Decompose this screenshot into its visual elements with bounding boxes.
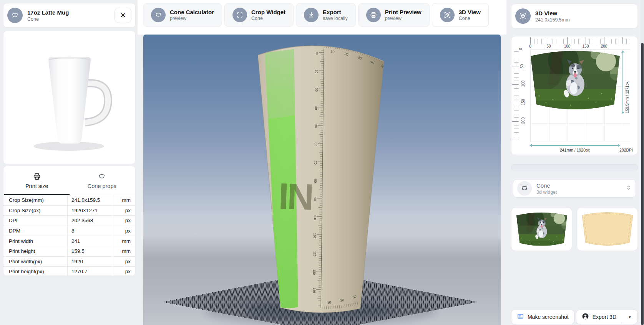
row-unit: mm <box>113 197 135 203</box>
left-tab-cone-props[interactable]: Cone props <box>70 170 135 195</box>
ruler-x-label: 50 <box>546 44 551 48</box>
cone-icon <box>517 181 532 196</box>
row-label: DPM <box>3 226 68 236</box>
dpi-label: 202DPI <box>619 148 633 152</box>
cube-scan-icon <box>515 8 531 24</box>
row-unit: mm <box>113 248 135 254</box>
ruler-y-label: 200 <box>521 117 525 124</box>
view-subtitle: 241.0x159.5mm <box>535 17 634 23</box>
ruler-x-label: 100 <box>564 44 571 48</box>
view-title: 3D View <box>535 10 634 16</box>
table-row: Print height(px) 1270.7 px <box>3 267 135 277</box>
close-button[interactable]: ✕ <box>115 8 131 23</box>
row-label: Print width <box>3 236 68 246</box>
ruler-x-label: 0 <box>529 44 531 48</box>
cone-ruler-number: 40 <box>314 106 318 110</box>
row-label: Print height <box>3 246 68 256</box>
top-strip: Cone Calculator preview Crop Widget Cone… <box>138 0 506 35</box>
unwrap-preview-card: 050100150200 050100150200 241mm / 1920px… <box>511 36 638 155</box>
ruler-x-label: 200 <box>601 44 607 48</box>
table-row: Print width 241 mm <box>3 236 135 246</box>
ruler-y-label: 150 <box>521 99 525 106</box>
row-label: Print width(px) <box>3 257 68 267</box>
printer-icon <box>366 8 381 22</box>
tab-print-preview[interactable]: Print Preview preview <box>358 3 430 27</box>
product-title: 17oz Latte Mug <box>27 9 115 16</box>
cone-3d-model: IN 102030405060708090100110120130140 102… <box>143 35 501 325</box>
make-screenshot-button[interactable]: Make screenshot <box>511 310 574 324</box>
widget-tab-bar: Cone Calculator preview Crop Widget Cone… <box>143 3 489 27</box>
export-3d-label: Export 3D <box>593 314 616 320</box>
chevron-up-down-icon <box>626 185 632 192</box>
row-value: 241 <box>68 236 113 246</box>
row-value: 8 <box>68 226 113 236</box>
tab-text: Crop Widget Cone <box>251 9 285 21</box>
action-buttons: Make screenshot Export 3D ▾ <box>511 310 638 324</box>
table-row: Crop Size(mm) 241.0x159.5 mm <box>3 195 135 206</box>
row-value: 1920×1271 <box>68 206 113 216</box>
texture-watermark: IN <box>278 175 313 218</box>
widget-select-wrap: Cone 3d widget <box>511 177 638 200</box>
export-3d-icon <box>582 313 589 321</box>
row-value: 202.3568 <box>68 216 113 226</box>
cone-icon <box>98 172 106 181</box>
cone-ruler-number: 110 <box>313 233 317 238</box>
tab-export[interactable]: Export save locally <box>296 3 356 27</box>
download-icon <box>304 8 319 22</box>
cone-icon <box>7 8 23 23</box>
row-label: Crop Size(px) <box>3 206 68 216</box>
export-options-caret[interactable]: ▾ <box>622 310 638 324</box>
ruler-x-ticks-major <box>530 37 630 44</box>
left-tab-print-size[interactable]: Print size <box>4 170 70 195</box>
cone-ruler-number: 20 <box>315 70 319 74</box>
row-value: 1920 <box>68 257 113 267</box>
tab-crop-widget[interactable]: Crop Widget Cone <box>224 3 294 27</box>
row-unit: px <box>113 208 135 213</box>
product-image-card <box>3 31 136 164</box>
product-subtitle: Cone <box>27 16 115 22</box>
print-size-table: Crop Size(mm) 241.0x159.5 mm Crop Size(p… <box>3 195 135 277</box>
tab-sublabel: Cone <box>459 16 481 21</box>
thumbnail-cone-template[interactable] <box>577 207 638 251</box>
cube-icon <box>440 8 455 22</box>
right-panel: 3D View 241.0x159.5mm 050100150200 05010… <box>511 4 638 325</box>
widget-select[interactable]: Cone 3d widget <box>513 179 636 198</box>
left-tab-label: Cone props <box>88 183 116 189</box>
tab-label: Crop Widget <box>251 9 285 15</box>
row-label: Crop Size(mm) <box>3 195 68 205</box>
tab-cone-calculator[interactable]: Cone Calculator preview <box>143 3 222 27</box>
table-row: DPI 202.3568 px <box>3 216 135 226</box>
row-unit: px <box>113 228 135 234</box>
row-label: DPI <box>3 216 68 226</box>
row-value: 159.5 <box>68 246 113 256</box>
viewport-3d[interactable]: IN 102030405060708090100110120130140 102… <box>143 35 501 325</box>
tab-label: Cone Calculator <box>170 9 214 15</box>
thumbnail-artwork[interactable] <box>511 207 572 251</box>
crop-icon <box>232 8 247 22</box>
tab-label: Print Preview <box>385 9 422 15</box>
tab-text: Cone Calculator preview <box>170 9 214 21</box>
caret-down-icon: ▾ <box>629 315 631 320</box>
row-unit: px <box>113 269 135 274</box>
export-3d-button[interactable]: Export 3D <box>576 310 622 324</box>
texture-thumbnails <box>511 207 638 251</box>
cone-ruler-number: 70 <box>314 161 317 165</box>
cone-ruler-number: 10 <box>315 51 319 55</box>
collapsed-panel-bar[interactable] <box>511 164 638 170</box>
tab-text: Export save locally <box>323 9 348 21</box>
left-properties-panel: Print size Cone props Crop Size(mm) 241.… <box>3 166 136 276</box>
height-arrow <box>622 51 623 113</box>
mug-photo <box>12 38 127 157</box>
tab-3d-view[interactable]: 3D View Cone <box>432 3 489 27</box>
table-row: Crop Size(px) 1920×1271 px <box>3 206 135 216</box>
row-value: 241.0x159.5 <box>68 195 113 205</box>
cone-ruler-number: 90 <box>313 197 317 201</box>
ruler-y-label: 0 <box>519 48 523 50</box>
left-tab-label: Print size <box>25 183 48 189</box>
row-value: 1270.7 <box>68 267 113 277</box>
table-row: Print width(px) 1920 px <box>3 257 135 267</box>
tab-sublabel: preview <box>170 16 214 21</box>
left-tab-bar: Print size Cone props <box>3 170 135 195</box>
ruler-x-label: 150 <box>583 44 589 48</box>
scrollbar-thumb[interactable] <box>641 43 644 325</box>
